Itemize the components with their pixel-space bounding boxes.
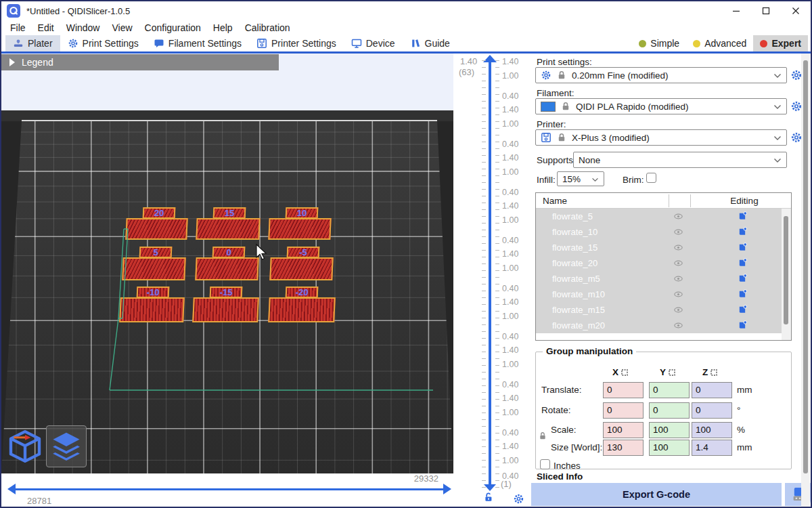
- flowrate-object[interactable]: [268, 218, 331, 240]
- flowrate-object-label[interactable]: -10: [137, 287, 170, 298]
- rotate-x-field[interactable]: 0: [603, 402, 644, 419]
- eye-icon[interactable]: [673, 289, 683, 299]
- slider-settings-gear-icon[interactable]: [513, 493, 524, 505]
- menu-configuration[interactable]: Configuration: [139, 22, 207, 33]
- preview-view-button[interactable]: [46, 425, 87, 467]
- slider-left-thumb[interactable]: [7, 484, 16, 494]
- object-row-flowrate_5[interactable]: flowrate_5: [536, 209, 782, 224]
- scrollbar-thumb[interactable]: [784, 216, 788, 324]
- tab-printer-settings[interactable]: Printer Settings: [249, 35, 344, 51]
- maximize-button[interactable]: [751, 1, 781, 20]
- uniform-scale-lock-icon[interactable]: [538, 431, 547, 441]
- flowrate-object[interactable]: [125, 218, 187, 240]
- edit-icon[interactable]: [738, 289, 748, 299]
- menu-edit[interactable]: Edit: [32, 22, 60, 33]
- edit-icon[interactable]: [738, 320, 748, 331]
- size-world-y-field[interactable]: 100: [649, 440, 690, 456]
- filament-combo[interactable]: QIDI PLA Rapido (modified): [535, 98, 787, 114]
- edit-icon[interactable]: [738, 226, 748, 237]
- flowrate-object-label[interactable]: 5: [139, 247, 173, 258]
- menu-view[interactable]: View: [106, 22, 138, 33]
- brim-checkbox[interactable]: [646, 173, 656, 183]
- eye-icon[interactable]: [673, 258, 683, 268]
- tab-plater[interactable]: Plater: [5, 35, 60, 51]
- menu-file[interactable]: File: [4, 22, 32, 33]
- flowrate-object-label[interactable]: -20: [286, 287, 319, 298]
- translate-x-field[interactable]: 0: [603, 382, 644, 398]
- translate-z-field[interactable]: 0: [692, 382, 732, 398]
- translate-y-field[interactable]: 0: [649, 382, 690, 398]
- horizontal-range-slider[interactable]: 29332 28781: [1, 473, 453, 507]
- object-row-flowrate_m10[interactable]: flowrate_m10: [536, 287, 782, 302]
- flowrate-object[interactable]: [195, 257, 258, 280]
- menu-calibration[interactable]: Calibration: [239, 22, 296, 33]
- mode-simple[interactable]: Simple: [632, 35, 686, 51]
- supports-combo[interactable]: None: [573, 152, 787, 168]
- infill-combo[interactable]: 15%: [557, 171, 604, 186]
- edit-icon[interactable]: [738, 304, 748, 315]
- object-row-flowrate_m5[interactable]: flowrate_m5: [536, 271, 782, 287]
- legend-collapsed-bar[interactable]: Legend: [1, 54, 279, 70]
- viewport-3d[interactable]: Legend 20151050-5-10-15-20: [1, 54, 453, 473]
- object-row-flowrate_m15[interactable]: flowrate_m15: [536, 302, 782, 318]
- eye-icon[interactable]: [673, 320, 683, 331]
- flowrate-object-label[interactable]: 15: [213, 207, 246, 219]
- edit-icon[interactable]: [738, 242, 748, 253]
- edit-icon[interactable]: [738, 273, 748, 284]
- size-world-x-field[interactable]: 130: [603, 440, 644, 456]
- tab-guide[interactable]: Guide: [403, 35, 457, 51]
- eye-icon[interactable]: [673, 274, 683, 284]
- export-gcode-button[interactable]: Export G-code: [531, 483, 782, 506]
- object-row-flowrate_15[interactable]: flowrate_15: [536, 240, 782, 255]
- eye-icon[interactable]: [673, 227, 683, 237]
- flowrate-object-label[interactable]: 20: [143, 207, 176, 219]
- sidebar-scrollbar[interactable]: [801, 54, 810, 507]
- printer-combo[interactable]: X-Plus 3 (modified): [535, 129, 787, 146]
- eye-icon[interactable]: [673, 305, 683, 315]
- close-button[interactable]: [781, 1, 811, 20]
- tab-print-settings[interactable]: Print Settings: [60, 35, 146, 51]
- layer-slider-track[interactable]: [489, 62, 491, 485]
- scale-y-field[interactable]: 100: [649, 422, 690, 438]
- scale-z-field[interactable]: 100: [692, 422, 732, 438]
- flowrate-object[interactable]: [122, 257, 185, 280]
- flowrate-object-label[interactable]: 0: [212, 247, 246, 258]
- object-list-scrollbar[interactable]: [782, 209, 791, 340]
- print-settings-combo[interactable]: 0.20mm Fine (modified): [535, 67, 787, 83]
- flowrate-object[interactable]: [119, 297, 185, 322]
- layer-slider-top-thumb[interactable]: [483, 55, 497, 62]
- menu-help[interactable]: Help: [207, 22, 239, 33]
- eye-icon[interactable]: [673, 211, 683, 221]
- rotate-y-field[interactable]: 0: [649, 402, 690, 419]
- object-row-flowrate_10[interactable]: flowrate_10: [536, 224, 782, 240]
- editor-view-button[interactable]: [5, 426, 45, 467]
- menu-window[interactable]: Window: [60, 22, 106, 33]
- slider-max-value: 29332: [414, 473, 438, 484]
- slider-track[interactable]: [15, 488, 444, 490]
- unlock-icon[interactable]: [483, 492, 494, 503]
- layer-slider-bottom-thumb[interactable]: [484, 484, 496, 491]
- edit-icon[interactable]: [738, 211, 748, 221]
- edit-icon[interactable]: [738, 257, 748, 268]
- inches-checkbox[interactable]: [540, 459, 550, 469]
- object-row-flowrate_20[interactable]: flowrate_20: [536, 255, 782, 271]
- flowrate-object-label[interactable]: -5: [287, 247, 320, 258]
- scrollbar-thumb[interactable]: [803, 60, 808, 473]
- object-row-flowrate_m20[interactable]: flowrate_m20: [536, 318, 782, 333]
- slider-right-thumb[interactable]: [443, 484, 451, 494]
- flowrate-object[interactable]: [192, 297, 259, 322]
- rotate-z-field[interactable]: 0: [692, 402, 732, 419]
- minimize-button[interactable]: [721, 1, 751, 20]
- tab-filament-settings[interactable]: Filament Settings: [146, 35, 249, 51]
- flowrate-object-label[interactable]: 10: [286, 207, 319, 219]
- flowrate-object-label[interactable]: -15: [210, 287, 243, 298]
- mode-expert[interactable]: Expert: [753, 35, 808, 51]
- size-world-z-field[interactable]: 1.4: [692, 440, 732, 456]
- flowrate-object[interactable]: [268, 297, 336, 322]
- eye-icon[interactable]: [673, 242, 683, 253]
- mode-advanced[interactable]: Advanced: [686, 35, 753, 51]
- tab-device[interactable]: Device: [344, 35, 403, 51]
- scale-x-field[interactable]: 100: [603, 422, 644, 438]
- flowrate-object[interactable]: [269, 257, 333, 280]
- flowrate-object[interactable]: [196, 218, 260, 240]
